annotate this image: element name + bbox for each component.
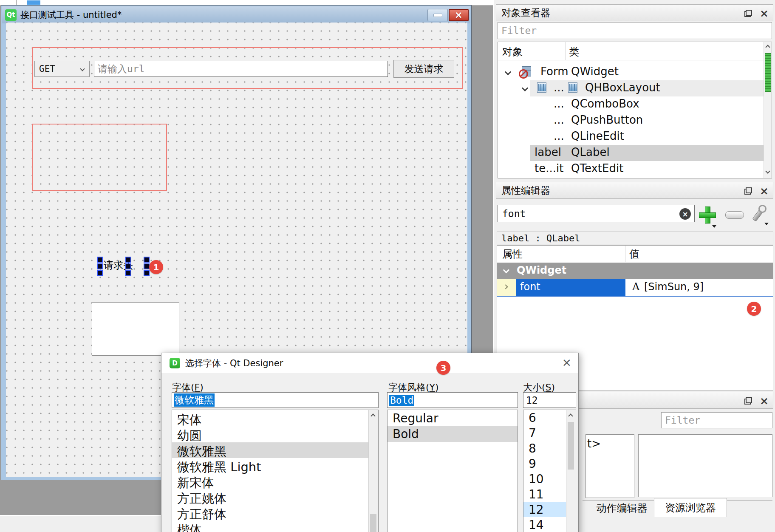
dialog-close-icon[interactable]: × — [562, 357, 571, 368]
size-list-scrollbar[interactable] — [566, 410, 576, 532]
expand-chevron-icon[interactable] — [505, 69, 512, 76]
selection-handle[interactable] — [97, 263, 103, 269]
font-style-input[interactable]: Bold — [387, 392, 518, 408]
font-family-input[interactable]: 微软雅黑 — [172, 392, 379, 408]
object-tree-scrollbar[interactable] — [764, 42, 772, 178]
close-dock-icon[interactable]: × — [760, 8, 769, 19]
font-style-value: Bold — [389, 395, 414, 406]
expand-cell[interactable] — [497, 279, 516, 296]
qwidget-section-row[interactable]: QWidget — [497, 263, 773, 279]
font-option[interactable]: 微软雅黑 Light — [172, 459, 378, 476]
float-dock-icon[interactable] — [744, 397, 752, 405]
object-tree: 对象 类 Form QWidget — [498, 42, 772, 178]
textedit-widget[interactable] — [92, 302, 179, 356]
scroll-up-icon[interactable] — [371, 413, 375, 418]
object-tree-column-header[interactable]: 对象 类 — [498, 42, 772, 60]
selection-handle[interactable] — [144, 270, 150, 276]
remove-dynamic-property-button[interactable] — [725, 211, 744, 219]
selection-handle[interactable] — [97, 257, 103, 263]
expand-chevron-icon[interactable] — [522, 85, 529, 92]
tree-row-form[interactable]: Form QWidget — [498, 64, 764, 80]
font-property-row[interactable]: font A [SimSun, 9] ... ↩ — [497, 279, 773, 297]
font-size-list[interactable]: 6 7 8 9 10 11 12 14 — [523, 410, 576, 532]
tree-row-hboxlayout[interactable]: ... QHBoxLayout — [498, 80, 764, 96]
selection-handle[interactable] — [125, 263, 131, 269]
property-editor-header[interactable]: 属性编辑器 × — [496, 182, 773, 199]
font-size-input[interactable]: 12 — [523, 392, 576, 408]
clear-filter-icon[interactable]: × — [679, 208, 691, 220]
current-selection-bar: label : QLabel — [497, 232, 773, 244]
object-filter-input[interactable]: Filter — [498, 22, 772, 39]
font-option[interactable]: 幼圆 — [172, 427, 378, 444]
empty-layout-outline[interactable] — [32, 124, 167, 191]
scrollbar-thumb[interactable] — [370, 514, 376, 532]
object-filter-placeholder: Filter — [501, 25, 537, 36]
resource-list-box[interactable] — [638, 434, 772, 497]
property-table-column-header[interactable]: 属性 值 — [497, 246, 773, 262]
hbox-layout-icon — [568, 82, 577, 93]
object-name: ... — [554, 113, 564, 126]
font-option[interactable]: 楷体 — [172, 522, 378, 532]
font-option-selected[interactable]: 微软雅黑 — [172, 442, 378, 458]
toolbar-blue-fragment — [27, 0, 40, 5]
qt-designer-icon: D — [170, 358, 180, 368]
font-list-scrollbar[interactable] — [368, 410, 378, 532]
style-option[interactable]: Regular — [388, 411, 518, 425]
font-option[interactable]: 新宋体 — [172, 475, 378, 492]
minimize-button[interactable] — [427, 9, 448, 21]
tree-row-combobox[interactable]: ... QComboBox — [498, 96, 764, 113]
send-request-button[interactable]: 发送请求 — [393, 60, 454, 78]
method-combobox[interactable]: GET — [34, 61, 90, 77]
minimize-icon — [433, 14, 442, 17]
font-option[interactable]: 方正姚体 — [172, 490, 378, 507]
selection-handle[interactable] — [144, 257, 150, 263]
style-option-selected[interactable]: Bold — [388, 426, 518, 442]
url-input[interactable]: 请输入url — [94, 61, 388, 77]
collapse-chevron-icon[interactable] — [503, 267, 510, 274]
scroll-up-icon[interactable] — [765, 45, 770, 49]
scrollbar-thumb[interactable] — [765, 53, 771, 92]
tab-action-editor-label: 动作编辑器 — [597, 501, 648, 515]
bottom-filter-input[interactable]: Filter — [661, 412, 772, 428]
scroll-down-icon[interactable] — [765, 169, 770, 173]
selection-handle[interactable] — [125, 270, 131, 276]
property-filter-input[interactable]: font × — [498, 205, 695, 222]
tab-action-editor[interactable]: 动作编辑器 — [594, 501, 650, 515]
font-family-list[interactable]: 宋体 幼圆 微软雅黑 微软雅黑 Light 新宋体 方正姚体 方正舒体 楷体 — [172, 410, 379, 532]
object-name: ... — [554, 81, 564, 94]
font-option[interactable]: 方正舒体 — [172, 506, 378, 523]
font-property-name-cell[interactable]: font — [516, 279, 625, 296]
url-placeholder: 请输入url — [98, 62, 145, 76]
scroll-up-icon[interactable] — [568, 413, 573, 418]
close-dock-icon[interactable]: × — [760, 396, 769, 406]
tree-row-label-selected[interactable]: label QLabel — [498, 145, 764, 161]
add-dynamic-property-button[interactable] — [698, 206, 716, 224]
font-style-list[interactable]: Regular Bold — [387, 410, 518, 532]
scrollbar-thumb[interactable] — [568, 422, 574, 470]
tree-row-textedit[interactable]: te...it QTextEdit — [498, 161, 764, 177]
chevron-down-icon — [80, 66, 85, 71]
send-request-label: 发送请求 — [404, 62, 444, 76]
resource-tree-box[interactable]: t> — [585, 434, 634, 498]
font-property-value-cell[interactable]: A [SimSun, 9] ... ↩ — [625, 279, 773, 296]
selection-handle[interactable] — [144, 263, 150, 269]
dialog-titlebar[interactable]: D 选择字体 - Qt Designer × — [161, 353, 578, 373]
font-sample-icon: A — [632, 281, 639, 293]
tree-row-pushbutton[interactable]: ... QPushButton — [498, 113, 764, 129]
close-button[interactable]: × — [449, 9, 469, 21]
selection-handle[interactable] — [97, 270, 103, 276]
font-property-value: [SimSun, 9] — [644, 281, 704, 293]
object-viewer-header[interactable]: 对象查看器 × — [496, 4, 773, 21]
close-dock-icon[interactable]: × — [760, 186, 769, 196]
tree-row-lineedit[interactable]: ... QLineEdit — [498, 129, 764, 145]
font-option[interactable]: 宋体 — [172, 412, 378, 429]
configure-wrench-icon[interactable] — [748, 204, 768, 224]
float-dock-icon[interactable] — [744, 187, 752, 195]
annotation-badge-1: 1 — [149, 260, 163, 274]
float-dock-icon[interactable] — [744, 10, 752, 17]
tab-resource-browser[interactable]: 资源浏览器 — [654, 498, 727, 517]
dropdown-arrow-icon — [764, 223, 769, 225]
selection-handle[interactable] — [125, 257, 131, 263]
form-widget-icon — [520, 66, 531, 76]
form-window-titlebar[interactable]: Qt 接口测试工具 - untitled* × — [2, 6, 470, 23]
